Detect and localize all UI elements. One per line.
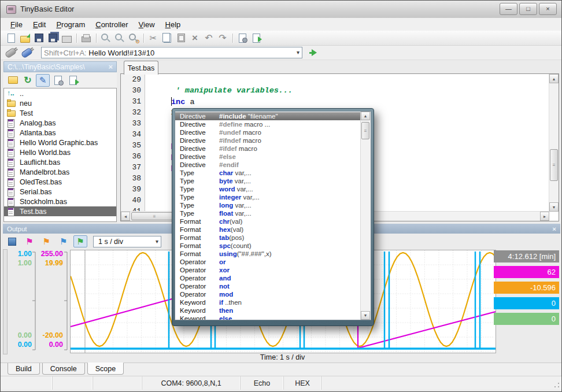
list-item[interactable]: .. bbox=[4, 88, 116, 98]
bottom-tab[interactable]: Console bbox=[42, 363, 85, 375]
autocomplete-row[interactable]: Type word var,... bbox=[175, 185, 361, 193]
plug-connected-icon[interactable] bbox=[21, 47, 34, 58]
list-item[interactable]: Mandelbrot.bas bbox=[4, 167, 116, 177]
timebase-combo[interactable]: 1 s / div ▾ bbox=[93, 236, 161, 247]
flag-icon[interactable]: ⚑ bbox=[39, 235, 53, 247]
toolbar-icon[interactable] bbox=[250, 32, 262, 44]
send-command-button[interactable] bbox=[308, 47, 320, 58]
file-toolbar-icon[interactable]: ↻ bbox=[21, 74, 35, 87]
chevron-down-icon[interactable]: ▾ bbox=[156, 238, 158, 245]
menu-item[interactable]: File bbox=[5, 19, 28, 31]
autocomplete-row[interactable]: Operator not bbox=[175, 282, 361, 290]
list-item[interactable]: Test bbox=[4, 108, 116, 118]
toolbar-icon[interactable] bbox=[46, 32, 59, 44]
tab-test-bas[interactable]: Test.bas bbox=[124, 61, 158, 75]
toolbar-icon[interactable] bbox=[230, 32, 235, 44]
plug-disconnected-icon[interactable] bbox=[5, 47, 17, 58]
autocomplete-row[interactable]: Operator xor bbox=[175, 266, 361, 274]
scroll-down-icon[interactable]: ▾ bbox=[361, 311, 370, 320]
stop-icon[interactable] bbox=[6, 236, 18, 247]
menu-item[interactable]: Edit bbox=[28, 19, 51, 31]
autocomplete-row[interactable]: Directive #include "filename" bbox=[175, 112, 361, 120]
list-item[interactable]: OledTest.bas bbox=[4, 177, 116, 187]
scroll-up-icon[interactable]: ▴ bbox=[361, 112, 370, 120]
toolbar-icon[interactable] bbox=[60, 32, 73, 44]
title-bar[interactable]: TinyBasic Editor — □ × bbox=[1, 1, 561, 19]
resize-grip[interactable] bbox=[553, 382, 560, 389]
autocomplete-row[interactable]: Keyword else bbox=[175, 315, 361, 320]
toolbar-icon[interactable]: ⚙ bbox=[127, 32, 140, 44]
toolbar-icon[interactable]: ✂ bbox=[147, 32, 160, 44]
editor-vscrollbar[interactable] bbox=[549, 74, 559, 212]
autocomplete-row[interactable]: Format tab(pos) bbox=[175, 234, 361, 242]
list-item[interactable]: Analog.bas bbox=[4, 118, 116, 128]
menu-item[interactable]: Program bbox=[51, 19, 90, 31]
autocomplete-row[interactable]: Type long var,... bbox=[175, 201, 361, 209]
scroll-right-icon[interactable]: ▸ bbox=[540, 212, 549, 221]
autocomplete-row[interactable]: Format hex(val) bbox=[175, 225, 361, 234]
toolbar-icon[interactable] bbox=[5, 32, 17, 44]
autocomplete-row[interactable]: Keyword if ..then bbox=[175, 298, 361, 306]
autocomplete-row[interactable]: Type integer var,... bbox=[175, 193, 361, 201]
maximize-button[interactable]: □ bbox=[519, 3, 537, 15]
flag-icon[interactable]: ⚑ bbox=[73, 235, 87, 247]
list-item[interactable]: Hello World Graphic.bas bbox=[4, 138, 116, 147]
list-item[interactable]: neu bbox=[4, 98, 116, 108]
close-button[interactable]: × bbox=[539, 3, 557, 15]
autocomplete-row[interactable]: Directive #endif bbox=[175, 161, 361, 169]
file-toolbar-icon[interactable] bbox=[6, 74, 20, 87]
bottom-tab[interactable]: Build bbox=[8, 363, 40, 375]
close-icon[interactable]: × bbox=[108, 62, 113, 71]
toolbar-icon[interactable] bbox=[32, 32, 45, 44]
autocomplete-row[interactable]: Format spc(count) bbox=[175, 242, 361, 250]
command-combo[interactable]: Shift+Ctrl+A: Hello World!#13#10 ▾ bbox=[41, 47, 302, 58]
scroll-down-icon[interactable]: ▾ bbox=[549, 202, 559, 212]
file-toolbar-icon[interactable] bbox=[51, 74, 65, 87]
toolbar-icon[interactable] bbox=[161, 32, 173, 44]
toolbar-icon[interactable]: × bbox=[188, 32, 201, 44]
autocomplete-row[interactable]: Directive #ifndef macro bbox=[175, 136, 361, 145]
popup-scroll-thumb[interactable]: ≡ bbox=[361, 122, 369, 139]
autocomplete-row[interactable]: Operator or bbox=[175, 258, 361, 266]
list-item[interactable]: Stockholm.bas bbox=[4, 197, 116, 206]
list-item[interactable]: Serial.bas bbox=[4, 187, 116, 197]
scroll-up-icon[interactable]: ▴ bbox=[549, 74, 559, 83]
chevron-down-icon[interactable]: ▾ bbox=[297, 49, 300, 56]
autocomplete-row[interactable]: Operator and bbox=[175, 274, 361, 282]
autocomplete-row[interactable]: Type float var,... bbox=[175, 209, 361, 217]
autocomplete-row[interactable]: Directive #undef macro bbox=[175, 128, 361, 136]
close-icon[interactable]: × bbox=[552, 225, 556, 232]
toolbar-icon[interactable] bbox=[99, 32, 112, 44]
toolbar-icon[interactable] bbox=[80, 32, 93, 44]
minimize-button[interactable]: — bbox=[500, 3, 517, 15]
bottom-tab[interactable]: Scope bbox=[87, 363, 124, 375]
scroll-left-icon[interactable]: ◂ bbox=[121, 212, 130, 221]
hscroll-thumb[interactable]: ≡ bbox=[131, 212, 178, 220]
file-toolbar-icon[interactable]: ✎ bbox=[36, 74, 50, 87]
autocomplete-row[interactable]: Type byte var,... bbox=[175, 177, 361, 185]
vscroll-thumb[interactable]: ≡ bbox=[550, 149, 558, 181]
menu-item[interactable]: View bbox=[134, 19, 160, 31]
autocomplete-row[interactable]: Format chr(val) bbox=[175, 217, 361, 225]
toolbar-icon[interactable] bbox=[94, 32, 98, 44]
flag-icon[interactable]: ⚑ bbox=[23, 235, 36, 247]
toolbar-icon[interactable]: ↷ bbox=[216, 32, 229, 44]
menu-item[interactable]: Controller bbox=[90, 19, 133, 31]
list-item[interactable]: Test.bas bbox=[4, 206, 116, 216]
list-item[interactable]: Atlanta.bas bbox=[4, 128, 116, 138]
popup-scrollbar[interactable]: ▴ ≡ ▾ bbox=[360, 112, 371, 320]
autocomplete-row[interactable]: Operator mod bbox=[175, 290, 361, 298]
toolbar-icon[interactable] bbox=[19, 32, 31, 44]
flag-icon[interactable]: ⚑ bbox=[57, 235, 71, 247]
file-toolbar-icon[interactable] bbox=[66, 74, 80, 87]
autocomplete-row[interactable]: Directive #define macro ... bbox=[175, 120, 361, 128]
toolbar-icon[interactable] bbox=[74, 32, 79, 44]
toolbar-icon[interactable] bbox=[175, 32, 187, 44]
toolbar-icon[interactable]: ↶ bbox=[202, 32, 215, 44]
toolbar-icon[interactable] bbox=[113, 32, 126, 44]
list-item[interactable]: Hello World.bas bbox=[4, 147, 116, 157]
autocomplete-row[interactable]: Format using("##.###",x) bbox=[175, 250, 361, 258]
list-item[interactable]: Lauflicht.bas bbox=[4, 157, 116, 167]
autocomplete-row[interactable]: Type char var,... bbox=[175, 169, 361, 177]
toolbar-icon[interactable] bbox=[236, 32, 249, 44]
